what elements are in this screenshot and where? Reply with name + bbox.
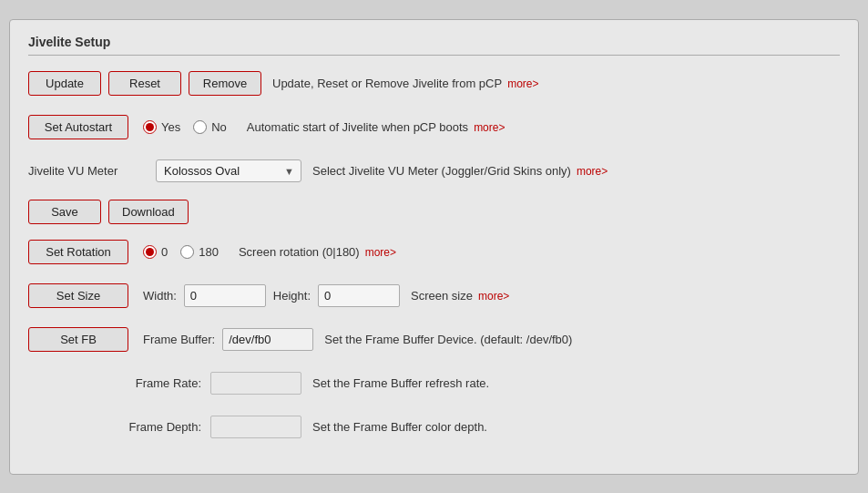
frame-rate-label: Frame Rate: xyxy=(28,376,210,390)
frame-depth-label: Frame Depth: xyxy=(28,420,210,434)
update-more-link[interactable]: more> xyxy=(507,77,538,90)
frame-rate-input[interactable] xyxy=(210,372,301,395)
rotation-0-radio[interactable] xyxy=(143,245,157,259)
autostart-row: Set Autostart Yes No Automatic start of … xyxy=(28,112,840,143)
size-row: Set Size Width: Height: Screen size more… xyxy=(28,281,840,312)
download-button[interactable]: Download xyxy=(108,200,189,224)
size-more-link[interactable]: more> xyxy=(478,290,509,303)
reset-button[interactable]: Reset xyxy=(108,71,181,96)
set-size-button[interactable]: Set Size xyxy=(28,283,128,308)
save-button[interactable]: Save xyxy=(28,200,101,224)
vu-meter-select-wrapper: Kolossos Oval Default Grid Joggler ▼ xyxy=(156,159,301,182)
rotation-180-label[interactable]: 180 xyxy=(180,245,219,259)
update-desc: Update, Reset or Remove Jivelite from pC… xyxy=(272,77,502,90)
vu-meter-label: Jivelite VU Meter xyxy=(28,164,156,178)
autostart-yes-label[interactable]: Yes xyxy=(143,120,180,134)
frame-depth-row: Frame Depth: Set the Frame Buffer color … xyxy=(28,412,840,443)
vu-meter-more-link[interactable]: more> xyxy=(577,165,608,178)
vu-meter-desc: Select Jivelite VU Meter (Joggler/Grid S… xyxy=(312,164,571,178)
frame-rate-desc: Set the Frame Buffer refresh rate. xyxy=(312,376,489,390)
size-desc: Screen size xyxy=(411,289,473,303)
rotation-180-radio[interactable] xyxy=(180,245,194,259)
section-title: Jivelite Setup xyxy=(28,35,840,56)
update-row: Update Reset Remove Update, Reset or Rem… xyxy=(28,68,840,99)
remove-button[interactable]: Remove xyxy=(189,71,261,96)
height-label: Height: xyxy=(273,289,311,303)
set-fb-button[interactable]: Set FB xyxy=(28,327,128,352)
set-autostart-button[interactable]: Set Autostart xyxy=(28,115,128,139)
frame-depth-desc: Set the Frame Buffer color depth. xyxy=(312,420,487,434)
autostart-no-label[interactable]: No xyxy=(193,120,227,134)
frame-buffer-label: Frame Buffer: xyxy=(143,333,215,346)
fb-desc: Set the Frame Buffer Device. (default: /… xyxy=(324,333,572,346)
rotation-0-text: 0 xyxy=(161,245,168,259)
autostart-yes-radio[interactable] xyxy=(143,120,157,134)
rotation-180-text: 180 xyxy=(199,245,219,259)
width-input[interactable] xyxy=(184,284,266,307)
vu-meter-row: Jivelite VU Meter Kolossos Oval Default … xyxy=(28,156,840,187)
autostart-desc: Automatic start of Jivelite when pCP boo… xyxy=(247,120,468,134)
width-label: Width: xyxy=(143,289,177,303)
save-download-row: Save Download xyxy=(28,200,840,224)
height-input[interactable] xyxy=(318,284,400,307)
vu-meter-select[interactable]: Kolossos Oval Default Grid Joggler xyxy=(156,159,301,182)
fb-row: Set FB Frame Buffer: Set the Frame Buffe… xyxy=(28,324,840,355)
autostart-no-radio[interactable] xyxy=(193,120,207,134)
main-container: Jivelite Setup Update Reset Remove Updat… xyxy=(9,19,859,475)
autostart-yes-text: Yes xyxy=(161,120,180,134)
rotation-0-label[interactable]: 0 xyxy=(143,245,168,259)
frame-buffer-input[interactable] xyxy=(222,328,313,351)
autostart-no-text: No xyxy=(211,120,227,134)
frame-rate-row: Frame Rate: Set the Frame Buffer refresh… xyxy=(28,368,840,399)
rotation-desc: Screen rotation (0|180) xyxy=(239,245,360,259)
rotation-more-link[interactable]: more> xyxy=(365,246,396,259)
autostart-more-link[interactable]: more> xyxy=(474,121,505,134)
frame-depth-input[interactable] xyxy=(210,416,301,438)
update-button[interactable]: Update xyxy=(28,71,101,96)
rotation-row: Set Rotation 0 180 Screen rotation (0|18… xyxy=(28,237,840,268)
set-rotation-button[interactable]: Set Rotation xyxy=(28,240,128,264)
